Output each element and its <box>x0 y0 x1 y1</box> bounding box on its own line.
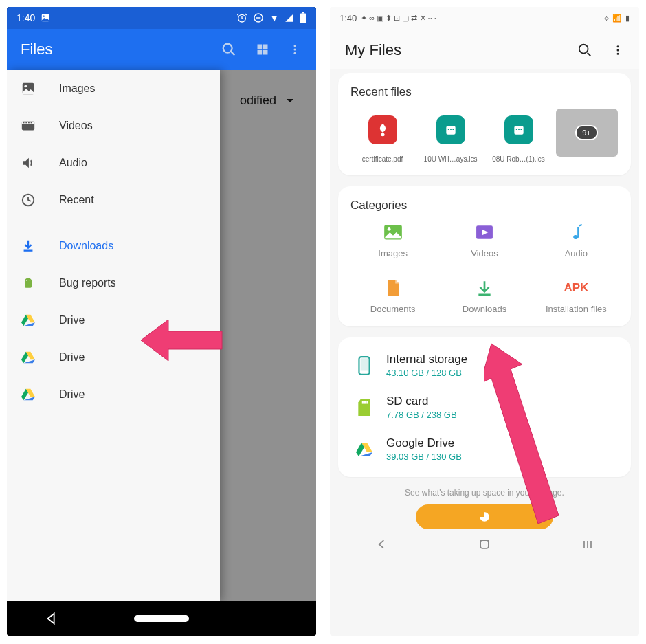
audio-icon <box>21 155 36 170</box>
wifi-icon: ▼ <box>269 12 279 23</box>
drawer-item-audio[interactable]: Audio <box>7 144 220 181</box>
categories-card: Categories Images Videos Audio Documents… <box>338 186 631 326</box>
drawer-item-videos[interactable]: Videos <box>7 107 220 144</box>
category-documents[interactable]: Documents <box>350 278 435 314</box>
drawer-label: Audio <box>59 157 87 169</box>
battery-icon <box>300 12 307 23</box>
videos-icon <box>442 222 526 243</box>
svg-rect-26 <box>134 615 189 622</box>
svg-point-29 <box>617 49 619 52</box>
home-button[interactable] <box>134 615 189 622</box>
download-icon <box>442 278 526 298</box>
category-videos[interactable]: Videos <box>442 222 526 258</box>
audio-icon <box>534 222 619 243</box>
android-icon <box>21 276 36 291</box>
phone-stock-android: 1:40 ▼ Files odified <box>7 7 316 636</box>
svg-point-25 <box>30 280 31 281</box>
drive-icon <box>355 440 374 459</box>
svg-rect-21 <box>31 122 32 124</box>
svg-point-28 <box>617 45 619 47</box>
svg-rect-36 <box>515 129 517 130</box>
signal-icon: 📶 <box>612 14 622 23</box>
svg-rect-19 <box>25 122 27 124</box>
svg-rect-20 <box>28 122 30 124</box>
card-title: Categories <box>350 199 619 212</box>
svg-point-1 <box>43 16 45 17</box>
app-title: My Files <box>345 41 401 59</box>
download-icon <box>21 238 36 254</box>
more-icon[interactable] <box>612 43 624 58</box>
recent-file[interactable]: 08U Rob…(1).ics <box>487 109 550 163</box>
svg-rect-31 <box>446 126 455 135</box>
drawer-label: Images <box>59 82 95 95</box>
apk-icon: APK <box>534 278 619 298</box>
status-bar: 1:40 ▼ <box>7 7 316 29</box>
calendar-icon <box>504 115 533 144</box>
annotation-arrow <box>485 340 567 533</box>
images-icon <box>21 81 36 96</box>
documents-icon <box>350 278 435 298</box>
calendar-icon <box>436 115 465 144</box>
svg-rect-7 <box>258 45 263 49</box>
status-time: 1:40 <box>16 12 35 23</box>
drawer-label: Drive <box>59 314 85 326</box>
svg-rect-47 <box>480 540 489 548</box>
phone-samsung: 1:40 ✦ ∞ ▣ ⬍ ⊡ ▢ ⇄ ✕ ·· · ⟡ 📶 ▮ My Files… <box>330 7 639 636</box>
recent-more[interactable]: 9+ <box>555 109 619 163</box>
svg-rect-10 <box>263 50 268 55</box>
recent-files-card: Recent files certificate.pdf 10U Will…ay… <box>338 73 631 175</box>
grid-view-icon[interactable] <box>256 43 269 56</box>
svg-rect-45 <box>364 401 366 403</box>
recents-button[interactable] <box>581 537 594 551</box>
drawer-label: Recent <box>59 194 94 206</box>
svg-rect-46 <box>366 401 368 403</box>
images-icon <box>350 222 435 243</box>
drawer-item-drive[interactable]: Drive <box>7 376 220 413</box>
category-installation[interactable]: APK Installation files <box>534 278 619 314</box>
drive-icon <box>21 350 36 365</box>
more-badge: 9+ <box>575 125 598 140</box>
pdf-icon <box>368 115 397 144</box>
svg-point-11 <box>294 45 296 47</box>
drawer-item-bugreports[interactable]: Bug reports <box>7 265 220 302</box>
picture-icon <box>41 13 50 23</box>
card-title: Recent files <box>350 85 619 99</box>
drawer-label: Drive <box>59 388 85 401</box>
recent-file[interactable]: certificate.pdf <box>350 109 414 163</box>
category-audio[interactable]: Audio <box>534 222 619 258</box>
status-bar: 1:40 ✦ ∞ ▣ ⬍ ⊡ ▢ ⇄ ✕ ·· · ⟡ 📶 ▮ <box>330 7 639 29</box>
drawer-label: Bug reports <box>59 277 116 289</box>
svg-rect-5 <box>302 12 304 14</box>
svg-rect-34 <box>452 129 454 130</box>
svg-rect-32 <box>447 129 449 130</box>
search-icon[interactable] <box>221 42 236 57</box>
dnd-icon <box>253 12 264 23</box>
sdcard-icon <box>355 398 374 417</box>
svg-rect-23 <box>24 250 33 252</box>
drawer-item-recent[interactable]: Recent <box>7 181 220 219</box>
category-images[interactable]: Images <box>350 222 435 258</box>
svg-rect-8 <box>263 45 268 49</box>
status-right-icons: ⟡ 📶 ▮ <box>604 14 630 23</box>
svg-rect-37 <box>518 129 520 130</box>
status-left-icons: ✦ ∞ ▣ ⬍ ⊡ ▢ ⇄ ✕ ·· · <box>361 14 436 23</box>
svg-rect-33 <box>450 129 452 130</box>
more-icon[interactable] <box>289 43 301 56</box>
drawer-label: Videos <box>59 120 93 132</box>
svg-point-6 <box>223 44 232 53</box>
home-button[interactable] <box>478 537 491 551</box>
svg-rect-9 <box>258 50 263 55</box>
back-button[interactable] <box>44 611 59 626</box>
app-title: Files <box>21 41 52 58</box>
drawer-item-images[interactable]: Images <box>7 70 220 107</box>
back-button[interactable] <box>375 537 388 551</box>
category-downloads[interactable]: Downloads <box>442 278 526 314</box>
annotation-arrow <box>141 316 223 364</box>
svg-point-30 <box>617 53 619 55</box>
svg-point-12 <box>294 49 296 51</box>
recent-file[interactable]: 10U Will…ays.ics <box>419 109 482 163</box>
drawer-item-downloads[interactable]: Downloads <box>7 227 220 265</box>
svg-rect-43 <box>361 359 368 370</box>
search-icon[interactable] <box>577 43 592 58</box>
app-header: Files <box>7 29 316 70</box>
